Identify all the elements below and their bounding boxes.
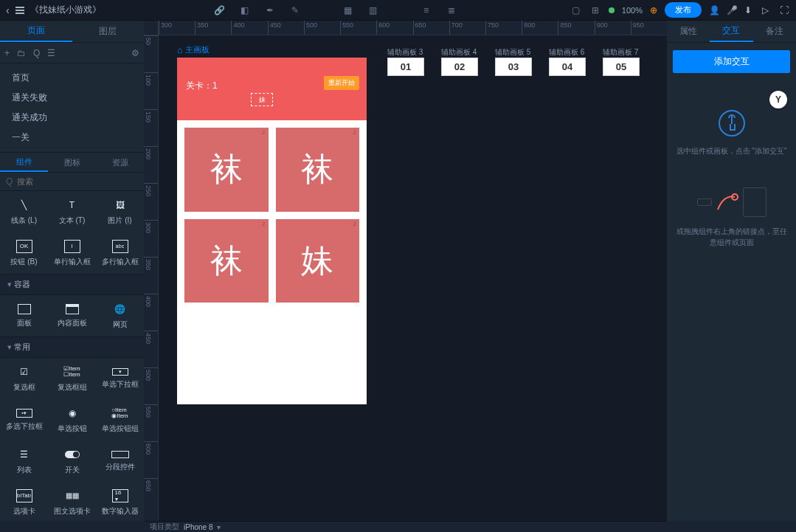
fullscreen-icon[interactable]: ⛶ [780, 5, 790, 15]
section-common[interactable]: 常用 [0, 336, 144, 358]
zoom-level[interactable]: 100% [622, 6, 643, 15]
canvas-content[interactable]: ⌂ 主画板 关卡：1 重新开始 妹 袜2 袜2 袜2 妹2 辅助画板 3 01 … [159, 35, 667, 521]
align2-icon[interactable]: ≣ [446, 4, 457, 16]
grid-icon[interactable]: ▥ [367, 4, 379, 16]
comp-textarea[interactable]: abc多行输入框 [96, 232, 144, 274]
tab-notes[interactable]: 备注 [753, 21, 796, 42]
ruler-vertical: 50 100 150 200 250 300 350 400 450 500 5… [144, 35, 159, 521]
mic-icon[interactable]: 🎤 [727, 5, 737, 15]
comp-panel[interactable]: 面板 [0, 295, 48, 336]
add-icon[interactable]: ⊕ [650, 5, 657, 15]
comp-multiselect[interactable]: ▪▾多选下拉框 [0, 399, 48, 441]
aux-label[interactable]: 辅助画板 3 [387, 47, 423, 58]
comp-number-input[interactable]: 16 ▾数字输入器 [96, 482, 144, 521]
project-type-value[interactable]: iPhone 8 [184, 523, 212, 531]
comp-image[interactable]: 🖼图片 (I) [96, 191, 144, 232]
section-container[interactable]: 容器 [0, 274, 144, 295]
chevron-down-icon[interactable]: ▾ [217, 523, 221, 531]
game-cell[interactable]: 袜2 [184, 219, 269, 303]
align-icon[interactable]: ≡ [421, 4, 432, 16]
comp-radio-group[interactable]: ○Item◉Item单选按钮组 [96, 399, 144, 441]
comp-segment[interactable]: 分段控件 [96, 441, 144, 482]
drag-illustration [697, 187, 766, 217]
hint-text-1: 选中组件或画板，点击 "添加交互" [676, 145, 787, 156]
page-item[interactable]: 首页 [0, 68, 144, 88]
comp-webpage[interactable]: 🌐网页 [96, 295, 144, 336]
aux-artboard[interactable]: 02 [441, 58, 478, 76]
game-cell[interactable]: 妹2 [276, 219, 360, 303]
bottom-bar: 项目类型 iPhone 8 ▾ [144, 521, 667, 532]
left-panel: 页面 图层 + 🗀 Q ☰ ⚙ 首页 通关失败 通关成功 一关 组件 图标 资源… [0, 21, 144, 521]
restart-button[interactable]: 重新开始 [324, 76, 359, 90]
game-cell[interactable]: 袜2 [184, 128, 269, 212]
game-grid: 袜2 袜2 袜2 妹2 [177, 120, 367, 310]
aux-artboard[interactable]: 03 [495, 58, 532, 76]
container-components: 面板 内容面板 🌐网页 [0, 295, 144, 336]
link-icon[interactable]: 🔗 [214, 4, 226, 16]
layout-icon[interactable]: ⊞ [589, 4, 601, 16]
selected-element[interactable]: 妹 [251, 93, 273, 106]
aux-artboard[interactable]: 01 [387, 58, 424, 76]
game-cell[interactable]: 袜2 [276, 128, 360, 212]
add-page-icon[interactable]: + [4, 48, 10, 58]
page-item[interactable]: 通关成功 [0, 108, 144, 128]
help-button[interactable]: Y [769, 91, 787, 108]
pen-icon[interactable]: ✒ [264, 4, 276, 16]
comp-radio[interactable]: ◉单选按钮 [48, 399, 96, 441]
back-button[interactable]: ‹ [6, 4, 10, 16]
comp-list[interactable]: ☰列表 [0, 441, 48, 482]
page-item[interactable]: 一关 [0, 128, 144, 148]
device-icon[interactable]: ▢ [570, 4, 582, 16]
aux-artboard[interactable]: 05 [603, 58, 640, 76]
list-icon[interactable]: ☰ [47, 48, 55, 58]
subtab-components[interactable]: 组件 [0, 153, 48, 172]
brush-icon[interactable]: ✎ [289, 4, 301, 16]
tab-properties[interactable]: 属性 [667, 21, 710, 42]
main-artboard-label[interactable]: ⌂ 主画板 [177, 44, 210, 55]
comp-image-tabs[interactable]: ▦▦图文选项卡 [48, 482, 96, 521]
aux-artboard[interactable]: 04 [549, 58, 586, 76]
project-title: 《找妹纸小游戏》 [30, 4, 101, 16]
download-icon[interactable]: ⬇ [744, 5, 755, 15]
folder-icon[interactable]: 🗀 [17, 48, 26, 58]
comp-button[interactable]: OK按钮 (B) [0, 232, 48, 274]
ruler-corner [144, 21, 159, 35]
top-toolbar: ‹ 《找妹纸小游戏》 🔗 ◧ ✒ ✎ ▦ ▥ ≡ ≣ ▢ ⊞ 100% ⊕ 发布… [0, 0, 796, 21]
subtab-icons[interactable]: 图标 [48, 153, 96, 172]
comp-checkbox[interactable]: ☑复选框 [0, 358, 48, 399]
page-list: 首页 通关失败 通关成功 一关 [0, 63, 144, 152]
ruler-horizontal: 300 350 400 450 500 550 600 650 700 750 … [159, 21, 667, 35]
menu-button[interactable] [15, 7, 24, 14]
subtab-resources[interactable]: 资源 [96, 153, 144, 172]
comp-text[interactable]: T文本 (T) [48, 191, 96, 232]
tab-layers[interactable]: 图层 [72, 21, 145, 42]
aux-label[interactable]: 辅助画板 5 [495, 47, 530, 58]
right-tabs: 属性 交互 备注 [667, 21, 796, 43]
search-input[interactable] [17, 177, 138, 186]
settings-icon[interactable]: ⚙ [131, 48, 139, 58]
left-tabs: 页面 图层 [0, 21, 144, 43]
comp-switch[interactable]: 开关 [48, 441, 96, 482]
publish-button[interactable]: 发布 [665, 2, 702, 18]
aux-label[interactable]: 辅助画板 6 [549, 47, 584, 58]
status-dot [609, 7, 615, 13]
comp-content-panel[interactable]: 内容面板 [48, 295, 96, 336]
tab-pages[interactable]: 页面 [0, 21, 72, 42]
comp-select[interactable]: ▾单选下拉框 [96, 358, 144, 399]
comp-input[interactable]: I单行输入框 [48, 232, 96, 274]
tab-interactions[interactable]: 交互 [710, 21, 752, 42]
crop-icon[interactable]: ◧ [239, 4, 251, 16]
comp-line[interactable]: ╲线条 (L) [0, 191, 48, 232]
page-item[interactable]: 通关失败 [0, 88, 144, 108]
canvas-area[interactable]: 300 350 400 450 500 550 600 650 700 750 … [144, 21, 667, 521]
comp-tabs[interactable]: biTab选项卡 [0, 482, 48, 521]
play-icon[interactable]: ▷ [762, 5, 772, 15]
search-page-icon[interactable]: Q [33, 48, 40, 58]
add-interaction-button[interactable]: 添加交互 [673, 50, 790, 73]
comp-checkbox-group[interactable]: ☑Item☐Item复选框组 [48, 358, 96, 399]
main-artboard[interactable]: 关卡：1 重新开始 妹 袜2 袜2 袜2 妹2 [177, 58, 367, 404]
user-icon[interactable]: 👤 [709, 5, 719, 15]
image-icon[interactable]: ▦ [342, 4, 354, 16]
aux-label[interactable]: 辅助画板 4 [441, 47, 477, 58]
aux-label[interactable]: 辅助画板 7 [603, 47, 638, 58]
